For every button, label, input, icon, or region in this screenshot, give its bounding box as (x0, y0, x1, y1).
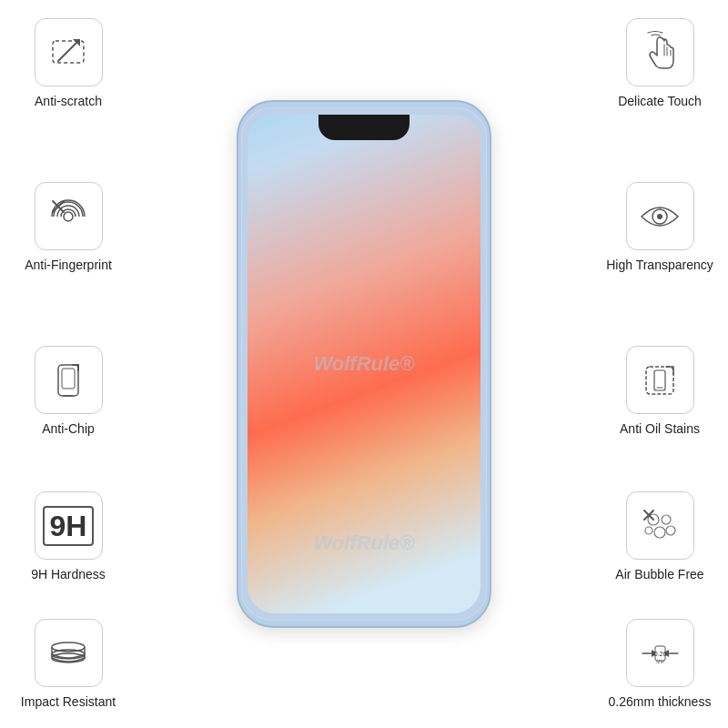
9h-hardness-icon-box: 9H (35, 491, 103, 560)
feature-air-bubble: Air Bubble Free (601, 491, 719, 581)
thickness-icon: 0.26 MM (635, 631, 685, 676)
svg-line-1 (58, 43, 76, 61)
anti-chip-icon (46, 358, 91, 403)
svg-point-21 (662, 515, 671, 524)
feature-high-transparency: High Transparency (601, 182, 719, 272)
anti-scratch-icon (46, 30, 91, 76)
svg-rect-7 (62, 369, 75, 389)
svg-point-24 (666, 526, 675, 535)
svg-point-23 (654, 527, 665, 538)
svg-point-16 (657, 214, 662, 219)
anti-chip-label: Anti-Chip (42, 421, 95, 436)
anti-scratch-label: Anti-scratch (35, 94, 102, 108)
feature-anti-scratch: Anti-scratch (9, 18, 127, 108)
anti-oil-icon (637, 358, 682, 403)
svg-text:0.26: 0.26 (653, 651, 666, 657)
feature-thickness: 0.26 MM 0.26mm thickness (601, 619, 719, 709)
svg-point-22 (645, 527, 652, 534)
delicate-touch-icon (637, 30, 682, 76)
phone-notch (318, 115, 410, 140)
high-transparency-icon-box (626, 182, 694, 250)
glass-overlay (241, 107, 487, 621)
anti-fingerprint-label: Anti-Fingerprint (25, 258, 112, 272)
feature-anti-chip: Anti-Chip (9, 346, 127, 436)
feature-impact-resistant: Impact Resistant (9, 619, 127, 709)
delicate-touch-icon-box (626, 18, 694, 86)
impact-resistant-icon-box (35, 619, 103, 687)
high-transparency-icon (637, 194, 682, 239)
anti-oil-icon-box (626, 346, 694, 414)
thickness-icon-box: 0.26 MM (626, 619, 694, 687)
anti-scratch-icon-box (35, 18, 103, 86)
impact-resistant-label: Impact Resistant (21, 694, 116, 709)
air-bubble-icon-box (626, 491, 694, 560)
svg-rect-6 (58, 365, 78, 396)
air-bubble-icon (637, 503, 682, 549)
delicate-touch-label: Delicate Touch (618, 94, 702, 108)
feature-9h-hardness: 9H 9H Hardness (9, 491, 127, 581)
9h-hardness-label: 9H Hardness (31, 567, 106, 581)
high-transparency-label: High Transparency (606, 258, 713, 272)
anti-fingerprint-icon-box (35, 182, 103, 250)
air-bubble-label: Air Bubble Free (615, 567, 703, 581)
svg-text:MM: MM (656, 659, 663, 664)
anti-oil-label: Anti Oil Stains (620, 421, 700, 436)
thickness-label: 0.26mm thickness (609, 694, 712, 709)
main-container: WolfRule® WolfRule® Anti-scratch (0, 0, 728, 728)
feature-anti-fingerprint: Anti-Fingerprint (9, 182, 127, 272)
svg-point-3 (64, 212, 73, 221)
feature-anti-oil: Anti Oil Stains (601, 346, 719, 436)
feature-delicate-touch: Delicate Touch (601, 18, 719, 108)
anti-chip-icon-box (35, 346, 103, 414)
impact-resistant-icon (44, 631, 94, 676)
phone-wrapper: WolfRule® WolfRule® (237, 100, 491, 628)
9h-hardness-icon: 9H (43, 506, 95, 546)
anti-fingerprint-icon (46, 194, 91, 239)
